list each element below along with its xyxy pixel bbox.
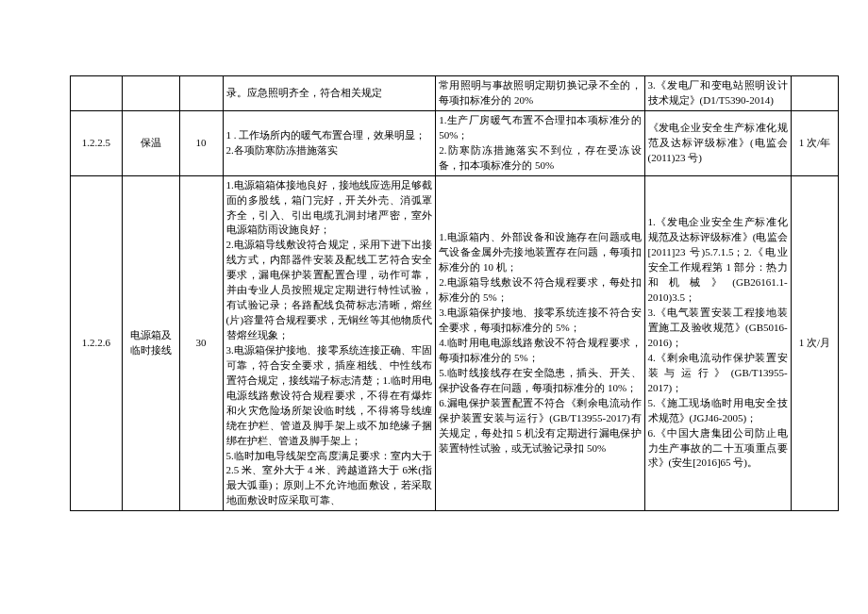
cell-deduction: 常用照明与事故照明定期切换记录不全的，每项扣标准分的 20%	[436, 76, 644, 111]
cell-reference: 3.《发电厂和变电站照明设计技术规定》(D1/T5390-2014)	[644, 76, 791, 111]
table-row: 录。应急照明齐全，符合相关规定 常用照明与事故照明定期切换记录不全的，每项扣标准…	[71, 76, 839, 111]
cell-item	[122, 76, 179, 111]
cell-score: 30	[179, 175, 223, 511]
cell-id: 1.2.2.5	[71, 110, 123, 175]
cell-standard: 1.电源箱箱体接地良好，接地线应选用足够截面的多股线，箱门完好，开关外壳、消弧罩…	[223, 175, 436, 511]
cell-item: 保温	[122, 110, 179, 175]
cell-score: 10	[179, 110, 223, 175]
document-page: 录。应急照明齐全，符合相关规定 常用照明与事故照明定期切换记录不全的，每项扣标准…	[0, 0, 868, 614]
cell-standard: 录。应急照明齐全，符合相关规定	[223, 76, 436, 111]
cell-deduction: 1.生产厂房暖气布置不合理扣本项标准分的50%；2.防寒防冻措施落实不到位，存在…	[436, 110, 644, 175]
cell-deduction: 1.电源箱内、外部设备和设施存在问题或电气设备金属外壳接地装置存在问题，每项扣标…	[436, 175, 644, 511]
table-row: 1.2.2.6 电源箱及临时接线 30 1.电源箱箱体接地良好，接地线应选用足够…	[71, 175, 839, 511]
cell-freq: 1 次/年	[791, 110, 838, 175]
cell-freq: 1 次/月	[791, 175, 838, 511]
table-row: 1.2.2.5 保温 10 1 . 工作场所内的暖气布置合理，效果明显；2.各项…	[71, 110, 839, 175]
cell-freq	[791, 76, 838, 111]
cell-reference: 1.《发电企业安全生产标准化规范及达标评级标准》(电监会[2011]23 号)5…	[644, 175, 791, 511]
cell-item: 电源箱及临时接线	[122, 175, 179, 511]
cell-score	[179, 76, 223, 111]
cell-id: 1.2.2.6	[71, 175, 123, 511]
cell-id	[71, 76, 123, 111]
cell-reference: 《发电企业安全生产标准化规范及达标评级标准》(电监会 (2011)23 号)	[644, 110, 791, 175]
cell-standard: 1 . 工作场所内的暖气布置合理，效果明显；2.各项防寒防冻措施落实	[223, 110, 436, 175]
standards-table: 录。应急照明齐全，符合相关规定 常用照明与事故照明定期切换记录不全的，每项扣标准…	[70, 75, 839, 511]
